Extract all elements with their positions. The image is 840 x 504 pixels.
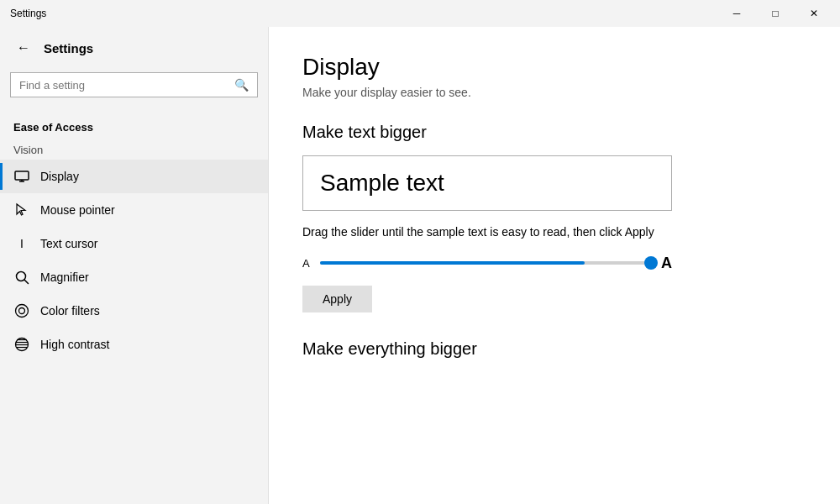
content-area: Display Make your display easier to see.… [269, 27, 840, 504]
page-subtitle: Make your display easier to see. [302, 86, 806, 99]
sidebar: ← Settings 🔍 Ease of Access Vision Displ… [0, 27, 269, 504]
sidebar-item-display[interactable]: Display [0, 160, 268, 193]
search-icon: 🔍 [234, 78, 249, 92]
sidebar-item-high-contrast[interactable]: High contrast [0, 328, 268, 361]
page-title: Display [302, 54, 806, 81]
mouse-pointer-icon [13, 202, 30, 218]
svg-rect-0 [15, 171, 29, 180]
sidebar-item-mouse-pointer-label: Mouse pointer [40, 203, 115, 217]
svg-point-6 [19, 308, 25, 314]
magnifier-icon [13, 269, 30, 286]
slider-max-label: A [661, 255, 672, 272]
section1-title: Make text bigger [302, 123, 806, 142]
vision-section-label: Vision [0, 137, 268, 160]
svg-point-5 [16, 305, 29, 318]
apply-button[interactable]: Apply [302, 286, 372, 312]
titlebar-controls: ─ □ ✕ [717, 0, 833, 27]
text-cursor-icon: I [13, 235, 30, 252]
back-button[interactable]: ← [13, 37, 34, 59]
svg-line-4 [24, 280, 29, 284]
slider-track[interactable] [320, 261, 651, 265]
search-input[interactable] [19, 79, 228, 92]
sidebar-item-high-contrast-label: High contrast [40, 338, 109, 351]
slider-fill [320, 261, 585, 265]
sidebar-header: ← Settings [0, 27, 268, 69]
titlebar: Settings ─ □ ✕ [0, 0, 840, 27]
sample-text-box: Sample text [302, 155, 672, 211]
sidebar-title: Settings [44, 41, 93, 55]
sidebar-item-text-cursor[interactable]: I Text cursor [0, 227, 268, 260]
sidebar-item-color-filters[interactable]: Color filters [0, 294, 268, 328]
high-contrast-icon [13, 336, 30, 353]
slider-description: Drag the slider until the sample text is… [302, 224, 672, 241]
sample-text: Sample text [320, 170, 444, 196]
titlebar-title: Settings [7, 8, 717, 19]
slider-min-label: A [302, 257, 310, 270]
section2-title: Make everything bigger [302, 339, 806, 359]
close-button[interactable]: ✕ [795, 0, 833, 27]
color-filters-icon [13, 302, 30, 319]
ease-of-access-label: Ease of Access [0, 108, 268, 137]
sidebar-item-magnifier-label: Magnifier [40, 270, 89, 284]
sidebar-item-mouse-pointer[interactable]: Mouse pointer [0, 193, 268, 227]
sidebar-item-text-cursor-label: Text cursor [40, 237, 97, 250]
text-size-slider-row: A A [302, 255, 672, 272]
main-layout: ← Settings 🔍 Ease of Access Vision Displ… [0, 27, 840, 504]
sidebar-item-magnifier[interactable]: Magnifier [0, 260, 268, 294]
display-icon [13, 168, 30, 185]
sidebar-item-color-filters-label: Color filters [40, 304, 100, 318]
restore-button[interactable]: □ [756, 0, 795, 27]
minimize-button[interactable]: ─ [717, 0, 756, 27]
search-box[interactable]: 🔍 [10, 72, 258, 97]
slider-thumb[interactable] [644, 256, 658, 270]
sidebar-item-display-label: Display [40, 170, 79, 183]
